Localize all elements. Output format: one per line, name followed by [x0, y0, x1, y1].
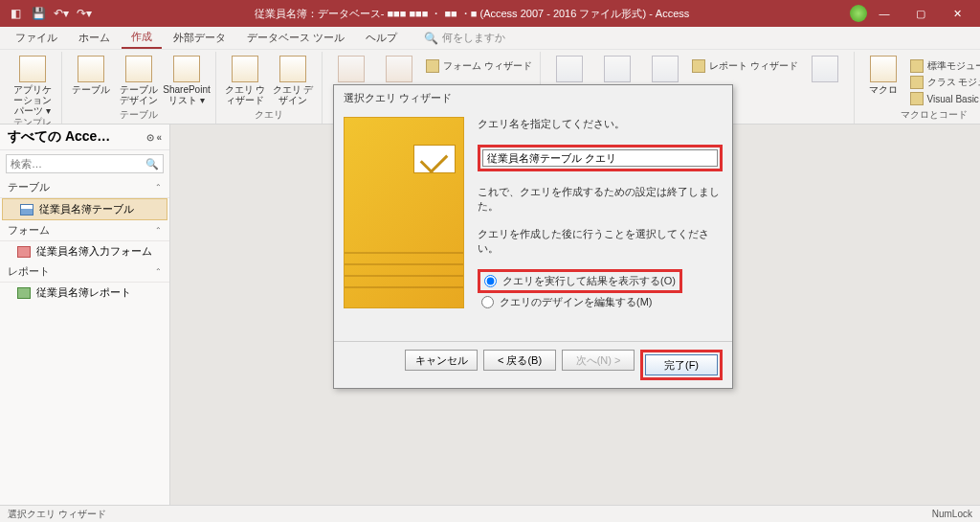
- nav-category-tables[interactable]: テーブル⌃: [0, 177, 169, 198]
- query-wizard-dialog: 選択クエリ ウィザード クエリ名を指定してください。 これで、クエリを作成するた…: [333, 84, 733, 389]
- blank-report-button[interactable]: [644, 56, 686, 84]
- undo-icon[interactable]: ↶▾: [52, 4, 71, 23]
- query-name-input[interactable]: [482, 149, 718, 167]
- nav-search-input[interactable]: [11, 158, 145, 170]
- query-wizard-button[interactable]: クエリ ウィザード: [224, 56, 266, 105]
- tab-create[interactable]: 作成: [122, 27, 162, 49]
- nav-category-forms[interactable]: フォーム⌃: [0, 220, 169, 241]
- visual-basic-button[interactable]: Visual Basic: [910, 92, 980, 105]
- group-templates: アプリケーション パーツ ▾ テンプレート: [4, 52, 62, 124]
- tab-home[interactable]: ホーム: [69, 28, 120, 48]
- report-wizard-button[interactable]: レポート ウィザード: [692, 59, 798, 73]
- labels-button[interactable]: [804, 56, 846, 84]
- nav-item-form[interactable]: 従業員名簿入力フォーム: [0, 241, 169, 261]
- nav-item-report[interactable]: 従業員名簿レポート: [0, 283, 169, 303]
- finish-highlight: 完了(F): [640, 350, 723, 380]
- cancel-button[interactable]: キャンセル: [405, 350, 478, 371]
- wizard-illustration: [344, 117, 464, 308]
- wizard-done-message: これで、クエリを作成するための設定は終了しました。: [478, 185, 723, 214]
- status-bar: 選択クエリ ウィザード NumLock: [0, 505, 980, 522]
- table-design-button[interactable]: テーブル デザイン: [118, 56, 160, 105]
- query-name-highlight: [478, 145, 723, 171]
- group-tables: テーブル テーブル デザイン SharePoint リスト ▾ テーブル: [62, 52, 216, 124]
- form-icon: [17, 246, 31, 258]
- form-wizard-button[interactable]: フォーム ウィザード: [426, 59, 532, 73]
- save-icon[interactable]: 💾: [29, 4, 48, 23]
- group-label-macros: マクロとコード: [862, 108, 980, 124]
- report-button[interactable]: [548, 56, 590, 84]
- wizard-title: 選択クエリ ウィザード: [334, 85, 732, 111]
- back-button[interactable]: < 戻る(B): [483, 350, 556, 371]
- checkmark-icon: [413, 145, 456, 173]
- report-icon: [17, 287, 31, 299]
- macro-button[interactable]: マクロ: [862, 56, 904, 95]
- title-bar: ◧ 💾 ↶▾ ↷▾ 従業員名簿：データベース- ■■■ ■■■ ・ ■■ ・■ …: [0, 0, 980, 27]
- search-icon: 🔍: [145, 158, 159, 170]
- class-module-button[interactable]: クラス モジュール: [910, 76, 980, 89]
- option-run-highlight: クエリを実行して結果を表示する(O): [478, 269, 682, 293]
- tab-help[interactable]: ヘルプ: [356, 28, 407, 48]
- close-button[interactable]: ✕: [940, 0, 974, 27]
- nav-item-table[interactable]: 従業員名簿テーブル: [2, 198, 167, 220]
- option-design-radio[interactable]: [481, 296, 494, 308]
- table-icon: [20, 204, 33, 216]
- query-name-prompt: クエリ名を指定してください。: [478, 117, 723, 131]
- quick-access-toolbar: ◧ 💾 ↶▾ ↷▾: [6, 4, 94, 23]
- nav-collapse-icon[interactable]: «: [156, 132, 162, 143]
- window-controls: — ▢ ✕: [867, 0, 974, 27]
- app-parts-button[interactable]: アプリケーション パーツ ▾: [11, 56, 54, 116]
- finish-button[interactable]: 完了(F): [645, 354, 718, 375]
- status-numlock: NumLock: [932, 509, 972, 519]
- wizard-footer: キャンセル < 戻る(B) 次へ(N) > 完了(F): [334, 341, 732, 388]
- minimize-button[interactable]: —: [867, 0, 902, 27]
- ribbon-tabs: ファイル ホーム 作成 外部データ データベース ツール ヘルプ 🔍 何をします…: [0, 27, 980, 50]
- nav-header[interactable]: すべての Acce… ⊙«: [0, 125, 169, 150]
- nav-search[interactable]: 🔍: [6, 154, 164, 173]
- wizard-choose-message: クエリを作成した後に行うことを選択してください。: [478, 227, 723, 256]
- tab-file[interactable]: ファイル: [6, 28, 67, 48]
- next-button: 次へ(N) >: [562, 350, 635, 371]
- search-icon: 🔍: [424, 32, 438, 45]
- user-avatar-icon[interactable]: [850, 5, 867, 22]
- maximize-button[interactable]: ▢: [903, 0, 938, 27]
- redo-icon[interactable]: ↷▾: [75, 4, 94, 23]
- group-label-queries: クエリ: [224, 108, 314, 124]
- option-run-label: クエリを実行して結果を表示する(O): [502, 274, 676, 288]
- group-macros: マクロ 標準モジュール クラス モジュール Visual Basic マクロとコ…: [855, 52, 980, 124]
- option-design-label: クエリのデザインを編集する(M): [500, 295, 653, 309]
- query-design-button[interactable]: クエリ デザイン: [272, 56, 314, 105]
- option-run-radio[interactable]: [484, 275, 497, 287]
- access-app-icon: ◧: [6, 4, 25, 23]
- nav-category-reports[interactable]: レポート⌃: [0, 261, 169, 283]
- status-left: 選択クエリ ウィザード: [8, 508, 106, 521]
- group-queries: クエリ ウィザード クエリ デザイン クエリ: [216, 52, 323, 124]
- tell-me-search[interactable]: 🔍 何をしますか: [424, 31, 505, 45]
- tab-database-tools[interactable]: データベース ツール: [237, 28, 354, 48]
- report-design-button[interactable]: [596, 56, 638, 84]
- sharepoint-lists-button[interactable]: SharePoint リスト ▾: [166, 56, 208, 105]
- table-button[interactable]: テーブル: [70, 56, 112, 95]
- group-label-tables: テーブル: [70, 108, 208, 124]
- tell-me-placeholder: 何をしますか: [442, 31, 505, 45]
- navigation-pane: すべての Acce… ⊙« 🔍 テーブル⌃ 従業員名簿テーブル フォーム⌃ 従業…: [0, 125, 170, 505]
- nav-header-label: すべての Acce…: [8, 128, 110, 146]
- tab-external-data[interactable]: 外部データ: [164, 28, 235, 48]
- nav-dropdown-icon[interactable]: ⊙: [146, 132, 154, 143]
- module-button[interactable]: 標準モジュール: [910, 59, 980, 73]
- window-title: 従業員名簿：データベース- ■■■ ■■■ ・ ■■ ・■ (Access 20…: [94, 7, 850, 21]
